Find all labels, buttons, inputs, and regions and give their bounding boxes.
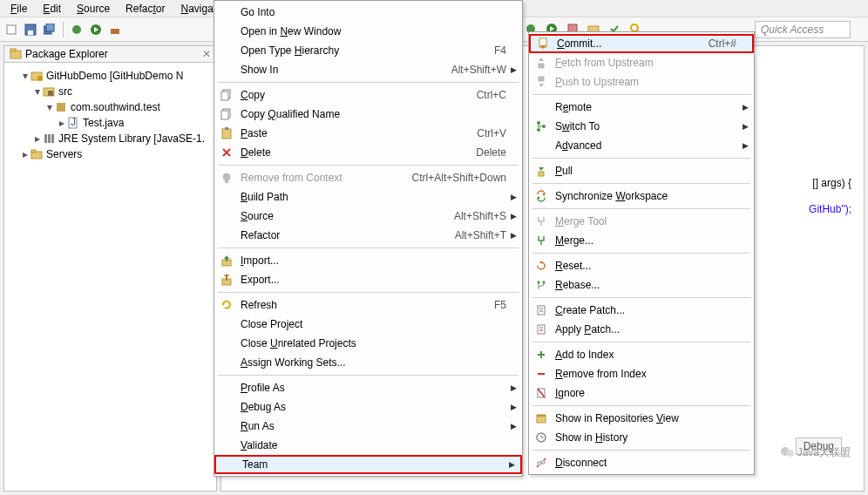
folder-icon	[31, 148, 43, 160]
tree-package[interactable]: ▾com.southwind.test	[8, 99, 213, 115]
svg-point-41	[223, 173, 230, 180]
menu-item-label: Export...	[241, 274, 506, 286]
menu-source[interactable]: Source	[70, 2, 117, 15]
ctx-main-item-source[interactable]: SourceAlt+Shift+S▶	[214, 207, 522, 226]
svg-point-56	[537, 121, 540, 125]
tree-servers[interactable]: ▸Servers	[8, 146, 213, 162]
blank-icon	[220, 458, 237, 471]
menu-item-accelerator: Ctrl+Alt+Shift+Down	[412, 172, 506, 184]
menu-item-label: Run As	[241, 420, 506, 432]
ctx-team-item-remote[interactable]: Remote▶	[529, 98, 754, 117]
reset-icon	[532, 259, 550, 273]
ctx-main-separator	[218, 82, 519, 83]
package-icon	[55, 101, 67, 113]
ctx-main-item-refactor[interactable]: RefactorAlt+Shift+T▶	[214, 226, 522, 245]
ctx-main-item-import[interactable]: Import...	[214, 251, 522, 270]
ctx-main-item-run-as[interactable]: Run As▶	[214, 417, 522, 436]
svg-rect-86	[541, 461, 545, 464]
quick-access-field[interactable]: Quick Access	[755, 21, 851, 38]
ctx-team-item-remove-from-index[interactable]: Remove from Index	[529, 364, 754, 383]
ctx-team-separator	[532, 94, 750, 95]
save-all-icon[interactable]	[42, 22, 58, 37]
ctx-main-item-build-path[interactable]: Build Path▶	[214, 187, 522, 207]
ctx-main-item-refresh[interactable]: RefreshF5	[214, 295, 522, 315]
ctx-team-item-switch-to[interactable]: Switch To▶	[529, 117, 754, 136]
ctx-team-separator	[532, 297, 750, 298]
svg-rect-29	[48, 134, 51, 143]
view-close-icon[interactable]: ✕	[202, 48, 211, 60]
debug-icon[interactable]	[69, 22, 85, 37]
submenu-arrow-icon: ▶	[511, 65, 517, 74]
run-icon[interactable]	[88, 22, 104, 37]
ctx-main-item-go-into[interactable]: Go Into	[214, 3, 522, 22]
ctx-main-separator	[218, 248, 519, 248]
ctx-main-item-close-unrelated-projects[interactable]: Close Unrelated Projects	[214, 334, 522, 353]
ctx-main-item-copy[interactable]: CopyCtrl+C	[214, 85, 522, 105]
save-icon[interactable]	[23, 22, 38, 37]
ctx-main-item-close-project[interactable]: Close Project	[214, 315, 522, 334]
ctx-team-item-synchronize-workspace[interactable]: Synchronize Workspace	[529, 186, 754, 206]
ctx-team-separator	[532, 253, 750, 254]
ctx-team-item-push-to-upstream: Push to Upstream	[529, 72, 754, 92]
ctx-team-item-reset[interactable]: Reset...	[529, 256, 754, 275]
tree-java-file[interactable]: ▸JTest.java	[8, 115, 213, 131]
build-icon[interactable]	[107, 22, 123, 37]
menu-item-accelerator: Ctrl+V	[477, 127, 506, 139]
blank-icon	[532, 100, 550, 114]
tree-src[interactable]: ▾src	[8, 84, 213, 99]
ctx-team-item-show-in-repositories-view[interactable]: Show in Repositories View	[529, 409, 754, 428]
copy-icon	[218, 88, 235, 102]
menu-item-accelerator: Alt+Shift+T	[455, 229, 506, 241]
merge-icon	[532, 234, 550, 248]
ctx-team-item-create-patch[interactable]: Create Patch...	[529, 301, 754, 320]
menu-file[interactable]: File	[3, 2, 34, 15]
menu-item-label: Fetch from Upstream	[555, 57, 738, 69]
ctx-team-item-add-to-index[interactable]: Add to Index	[529, 345, 754, 364]
ctx-team-item-show-in-history[interactable]: Show in History	[529, 428, 754, 447]
export-icon	[218, 273, 235, 287]
ctx-team-separator	[532, 342, 750, 342]
ctx-main-item-paste[interactable]: PasteCtrl+V	[214, 124, 522, 143]
ctx-main-item-export[interactable]: Export...	[214, 270, 522, 289]
menu-refactor[interactable]: Refactor	[119, 2, 172, 15]
menu-item-accelerator: Alt+Shift+W	[451, 64, 506, 76]
ctx-main-item-show-in[interactable]: Show InAlt+Shift+W▶	[214, 60, 522, 79]
ctx-main-item-assign-working-sets[interactable]: Assign Working Sets...	[214, 353, 522, 372]
menu-item-accelerator: Ctrl+#	[709, 37, 736, 50]
ctx-main-item-profile-as[interactable]: Profile As▶	[214, 378, 522, 397]
ctx-team-item-pull[interactable]: Pull	[529, 161, 754, 180]
svg-rect-52	[539, 64, 544, 68]
submenu-arrow-icon: ▶	[743, 141, 749, 150]
svg-rect-72	[538, 325, 545, 334]
ctx-main-item-copy-qualified-name[interactable]: Copy Qualified Name	[214, 105, 522, 124]
ctx-team-item-ignore[interactable]: Ignore	[529, 383, 754, 403]
svg-rect-22	[57, 103, 61, 107]
ctx-main-item-validate[interactable]: Validate	[214, 436, 522, 455]
menu-item-label: Reset...	[555, 260, 738, 272]
commit-icon	[534, 37, 552, 51]
ctx-main-item-remove-from-context: Remove from ContextCtrl+Alt+Shift+Down	[214, 168, 522, 187]
refresh-icon	[218, 298, 235, 312]
menu-item-label: Assign Working Sets...	[241, 356, 506, 369]
ctx-team-item-merge[interactable]: Merge...	[529, 231, 754, 250]
ctx-team-item-apply-patch[interactable]: Apply Patch...	[529, 320, 754, 339]
new-icon[interactable]	[3, 22, 19, 37]
svg-point-14	[631, 24, 638, 31]
ctx-team-item-rebase[interactable]: Rebase...	[529, 275, 754, 295]
ctx-team-item-commit[interactable]: Commit...Ctrl+#	[529, 34, 754, 53]
tree-project[interactable]: ▾GitHubDemo [GitHubDemo N	[8, 68, 213, 84]
menu-item-label: Pull	[555, 165, 738, 177]
ctx-main-item-debug-as[interactable]: Debug As▶	[214, 397, 522, 417]
ctx-main-item-team[interactable]: Team▶	[214, 455, 522, 474]
menu-item-label: Show In	[241, 64, 427, 76]
ctx-team-item-advanced[interactable]: Advanced▶	[529, 136, 754, 155]
ctx-main-item-delete[interactable]: DeleteDelete	[214, 143, 522, 162]
tree-jre[interactable]: ▸JRE System Library [JavaSE-1.	[8, 131, 213, 146]
menu-edit[interactable]: Edit	[36, 2, 68, 15]
svg-rect-24	[57, 107, 61, 112]
package-explorer-tab[interactable]: Package Explorer ✕	[4, 46, 216, 63]
patch-icon	[532, 322, 550, 336]
ctx-team-item-disconnect[interactable]: Disconnect	[529, 453, 754, 472]
ctx-main-item-open-type-hierarchy[interactable]: Open Type HierarchyF4	[214, 41, 522, 60]
ctx-main-item-open-in-new-window[interactable]: Open in New Window	[214, 22, 522, 41]
